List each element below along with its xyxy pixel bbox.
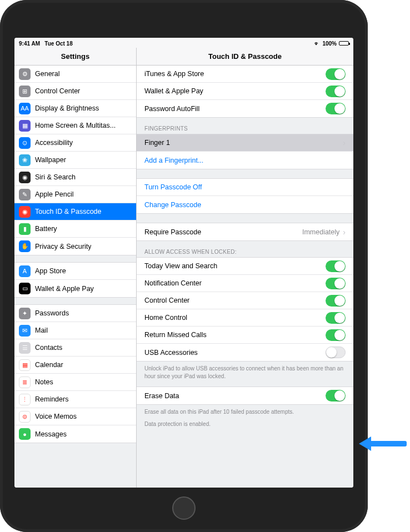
sidebar-item-label: App Store [35,267,66,275]
callout-arrow [359,436,407,450]
notification-center-row: Notification Center [137,275,353,292]
require-passcode-list: Require Passcode Immediately › [137,223,353,241]
add-a-fingerprint-label: Add a Fingerprint... [144,157,203,164]
itunes-app-store-toggle[interactable] [326,68,346,80]
wallet-apple-pay-toggle[interactable] [326,86,346,97]
sidebar-item-passwords[interactable]: ✦Passwords [14,305,136,322]
sidebar-item-mail[interactable]: ✉Mail [14,322,136,339]
sidebar-item-touch-id-passcode[interactable]: ◉Touch ID & Passcode [14,203,136,220]
sidebar-item-label: Reminders [35,395,68,403]
allow-locked-header: Allow Access When Locked: [137,241,353,257]
detail-content[interactable]: iTunes & App StoreWallet & Apple PayPass… [137,66,353,488]
erase-data-label: Erase Data [144,392,179,400]
sidebar-item-label: Wallpaper [35,156,66,164]
sidebar-item-label: Wallet & Apple Pay [35,285,94,293]
require-passcode-value-text: Immediately [302,228,339,236]
sidebar-item-label: Passwords [35,309,69,317]
sidebar-icon: ⋮ [19,394,31,405]
itunes-app-store-row: iTunes & App Store [137,66,353,83]
sidebar-icon: ▮ [19,223,31,235]
sidebar-item-app-store[interactable]: AApp Store [14,263,136,280]
notification-center-label: Notification Center [144,279,202,287]
password-autofill-toggle[interactable] [326,103,346,114]
sidebar-item-notes[interactable]: ≣Notes [14,374,136,391]
sidebar-icon: ✦ [19,308,31,319]
change-passcode-row[interactable]: Change Passcode [137,196,353,213]
settings-sidebar[interactable]: ⚙︎General⊞Control CenterAADisplay & Brig… [14,66,137,488]
erase-data-toggle[interactable] [326,390,346,401]
home-control-label: Home Control [144,314,187,322]
status-bar: 9:41 AM Tue Oct 18 ᯤ 100% [14,38,353,48]
sidebar-icon: AA [19,103,31,114]
nav-detail-title: Touch ID & Passcode [137,48,353,65]
ipad-frame: 9:41 AM Tue Oct 18 ᯤ 100% Settings Touch… [0,0,368,532]
usb-accessories-toggle[interactable] [326,347,346,358]
sidebar-icon: ▦ [19,120,31,132]
sidebar-icon: ● [19,428,31,440]
sidebar-item-label: Battery [35,225,57,233]
sidebar-item-apple-pencil[interactable]: ✎Apple Pencil [14,186,136,203]
turn-passcode-off-row[interactable]: Turn Passcode Off [137,179,353,196]
allow-locked-footer: Unlock iPad to allow USB accessories to … [137,362,353,381]
sidebar-icon: ✎ [19,189,31,200]
sidebar-icon: ❀ [19,154,31,166]
battery-pct: 100% [322,41,337,47]
sidebar-item-label: Apple Pencil [35,190,74,198]
today-view-and-search-toggle[interactable] [326,260,346,272]
chevron-right-icon: › [343,138,346,147]
sidebar-item-privacy-security[interactable]: ✋Privacy & Security [14,238,136,255]
sidebar-item-label: Display & Brightness [35,104,99,112]
add-a-fingerprint-row[interactable]: Add a Fingerprint... [137,152,353,169]
home-control-toggle[interactable] [326,312,346,324]
sidebar-icon: ⚙︎ [19,68,31,80]
sidebar-item-display-brightness[interactable]: AADisplay & Brightness [14,100,136,117]
fingerprints-header: Fingerprints [137,118,353,134]
screen: 9:41 AM Tue Oct 18 ᯤ 100% Settings Touch… [14,38,353,488]
sidebar-item-label: Control Center [35,87,80,95]
sidebar-item-label: Home Screen & Multitas... [35,122,116,129]
sidebar-item-wallpaper[interactable]: ❀Wallpaper [14,152,136,169]
wallet-apple-pay-row: Wallet & Apple Pay [137,83,353,100]
allow-locked-list: Today View and SearchNotification Center… [137,257,353,362]
sidebar-icon: ◉ [19,172,31,183]
sidebar-item-home-screen-multitas[interactable]: ▦Home Screen & Multitas... [14,117,136,134]
home-button[interactable] [172,496,196,520]
sidebar-item-voice-memos[interactable]: ⊜Voice Memos [14,408,136,425]
sidebar-item-label: Calendar [35,361,63,369]
status-date: Tue Oct 18 [44,41,72,47]
sidebar-item-control-center[interactable]: ⊞Control Center [14,83,136,100]
sidebar-icon: ✉ [19,325,31,337]
erase-data-row: Erase Data [137,387,353,404]
control-center-toggle[interactable] [326,295,346,307]
sidebar-item-label: Contacts [35,344,62,352]
sidebar-item-siri-search[interactable]: ◉Siri & Search [14,169,136,186]
sidebar-item-messages[interactable]: ●Messages [14,425,136,443]
sidebar-item-wallet-apple-pay[interactable]: ▭Wallet & Apple Pay [14,280,136,297]
require-passcode-label: Require Passcode [144,228,201,236]
sidebar-item-reminders[interactable]: ⋮Reminders [14,391,136,408]
return-missed-calls-toggle[interactable] [326,329,346,341]
itunes-app-store-label: iTunes & App Store [144,70,204,78]
sidebar-icon: ≣ [19,377,31,388]
change-passcode-label: Change Passcode [144,201,201,209]
sidebar-icon: ▭ [19,283,31,294]
control-center-label: Control Center [144,297,189,304]
wallet-apple-pay-label: Wallet & Apple Pay [144,87,203,95]
sidebar-icon: ✋ [19,240,31,252]
require-passcode-row[interactable]: Require Passcode Immediately › [137,223,353,240]
sidebar-item-battery[interactable]: ▮Battery [14,220,136,238]
sidebar-icon: A [19,265,31,277]
today-view-and-search-row: Today View and Search [137,258,353,275]
status-right: ᯤ 100% [314,41,349,47]
notification-center-toggle[interactable] [326,278,346,289]
erase-data-footer1: Erase all data on this iPad after 10 fai… [137,405,353,417]
password-autofill-row: Password AutoFill [137,100,353,117]
status-time: 9:41 AM [19,41,40,47]
sidebar-item-general[interactable]: ⚙︎General [14,66,136,83]
chevron-right-icon: › [343,228,346,237]
finger-1-row[interactable]: Finger 1› [137,134,353,152]
sidebar-item-contacts[interactable]: ☰Contacts [14,339,136,357]
sidebar-item-accessibility[interactable]: ⊙Accessibility [14,134,136,152]
sidebar-item-calendar[interactable]: ▦Calendar [14,357,136,374]
use-touchid-list: iTunes & App StoreWallet & Apple PayPass… [137,66,353,118]
